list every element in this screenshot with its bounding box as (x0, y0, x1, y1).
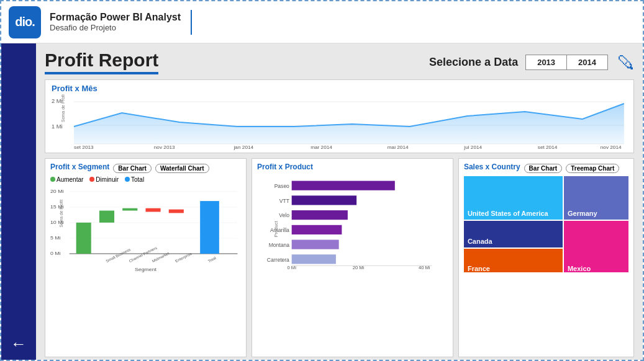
date-2014-button[interactable]: 2014 (567, 55, 607, 69)
treemap-usa-label: United States of America (468, 210, 548, 217)
svg-text:Carretera: Carretera (267, 257, 289, 263)
svg-rect-28 (145, 208, 160, 212)
page-title: Profit Report (45, 50, 158, 74)
svg-text:Soma de Profit: Soma de Profit (61, 94, 66, 122)
treemap-canada[interactable]: Canada (464, 221, 563, 247)
svg-rect-47 (292, 210, 348, 220)
svg-text:20 Mi: 20 Mi (353, 265, 365, 269)
waterfall-legend: Aumentar Diminuir Total (50, 176, 241, 183)
treemap-grid: United States of America Germany Canada … (464, 176, 628, 272)
svg-text:Product: Product (273, 220, 279, 237)
eraser-icon[interactable]: 🖊 (617, 52, 634, 73)
svg-rect-48 (292, 225, 342, 234)
svg-text:mar 2014: mar 2014 (311, 145, 332, 150)
svg-text:40 Mi: 40 Mi (419, 265, 430, 269)
sales-country-header: Sales x Country Bar Chart Treemap Chart (464, 163, 628, 174)
header-divider (191, 10, 192, 35)
waterfall-svg: 20 Mi 15 Mi 10 Mi 5 Mi 0 Mi (50, 185, 241, 272)
svg-rect-46 (292, 195, 356, 205)
svg-text:Total: Total (207, 256, 217, 263)
svg-text:jul 2014: jul 2014 (463, 145, 482, 150)
waterfall-wf-btn[interactable]: Waterfall Chart (155, 164, 209, 173)
svg-text:0 Mi: 0 Mi (50, 251, 61, 256)
sales-bar-btn[interactable]: Bar Chart (524, 164, 563, 173)
logo-text: dio. (15, 15, 35, 29)
app-subtitle: Desafio de Projeto (50, 23, 181, 32)
svg-text:20 Mi: 20 Mi (50, 189, 64, 194)
svg-text:Soma de Profit: Soma de Profit (58, 200, 64, 228)
svg-rect-25 (76, 223, 91, 254)
app-title: Formação Power BI Analyst (50, 12, 181, 23)
line-chart-panel: Profit x Mês 2 Mi 1 Mi (45, 79, 634, 153)
content-area: Profit Report Selecione a Data 2013 2014… (36, 43, 643, 361)
svg-rect-26 (99, 211, 114, 223)
app-header: dio. Formação Power BI Analyst Desafio d… (1, 1, 643, 43)
product-header: Profit x Product (257, 163, 448, 174)
svg-rect-50 (292, 254, 336, 264)
waterfall-panel: Profit x Segment Bar Chart Waterfall Cha… (45, 158, 247, 357)
waterfall-title: Profit x Segment (50, 163, 109, 171)
treemap-mexico[interactable]: Mexico (564, 221, 628, 272)
treemap-usa[interactable]: United States of America (464, 176, 563, 220)
svg-text:Paseo: Paseo (274, 183, 289, 189)
svg-rect-49 (292, 240, 339, 249)
header-titles: Formação Power BI Analyst Desafio de Pro… (50, 12, 181, 32)
waterfall-bar-btn[interactable]: Bar Chart (113, 164, 152, 173)
svg-text:jan 2014: jan 2014 (234, 145, 254, 150)
line-chart-svg: 2 Mi 1 Mi (52, 94, 627, 150)
selecione-label: Selecione a Data (429, 56, 518, 69)
sales-country-title: Sales x Country (464, 163, 520, 171)
back-button[interactable]: ← (11, 334, 27, 354)
svg-rect-29 (169, 210, 184, 213)
treemap-container: United States of America Germany Canada … (464, 176, 628, 272)
svg-text:Small Business: Small Business (105, 247, 132, 263)
date-filter: 2013 2014 (525, 55, 608, 70)
legend-aumentar: Aumentar (50, 176, 83, 183)
sales-country-panel: Sales x Country Bar Chart Treemap Chart … (458, 158, 634, 357)
treemap-germany[interactable]: Germany (564, 176, 628, 220)
svg-text:VTT: VTT (279, 198, 290, 204)
treemap-france-label: France (468, 265, 490, 272)
sales-treemap-btn[interactable]: Treemap Chart (566, 164, 619, 173)
treemap-mexico-label: Mexico (568, 265, 591, 272)
waterfall-header: Profit x Segment Bar Chart Waterfall Cha… (50, 163, 241, 174)
svg-text:mai 2014: mai 2014 (388, 145, 409, 150)
svg-text:5 Mi: 5 Mi (50, 235, 61, 240)
bottom-row: Profit x Segment Bar Chart Waterfall Cha… (45, 158, 634, 357)
legend-total: Total (125, 176, 144, 183)
svg-text:0 Mi: 0 Mi (287, 265, 296, 269)
svg-text:Midmarket: Midmarket (151, 251, 170, 263)
product-title: Profit x Product (257, 163, 313, 171)
top-bar: Profit Report Selecione a Data 2013 2014… (45, 50, 634, 74)
svg-text:Montana: Montana (269, 242, 289, 248)
svg-text:Velo: Velo (279, 212, 289, 218)
logo: dio. (9, 6, 41, 38)
main-layout: ← Profit Report Selecione a Data 2013 20… (1, 43, 643, 361)
svg-rect-30 (200, 201, 219, 254)
svg-text:set 2014: set 2014 (538, 145, 558, 150)
svg-text:Segment: Segment (135, 267, 157, 272)
svg-rect-45 (292, 181, 395, 190)
treemap-france[interactable]: France (464, 249, 563, 272)
product-svg: Paseo VTT Velo Amarilla Montana Carreter… (257, 176, 448, 269)
sidebar: ← (1, 43, 36, 361)
product-panel: Profit x Product Paseo VTT Velo Amarilla… (252, 158, 453, 357)
svg-rect-27 (122, 208, 137, 211)
treemap-germany-label: Germany (568, 210, 597, 217)
svg-text:Enterprise: Enterprise (175, 251, 193, 263)
svg-text:set 2013: set 2013 (74, 145, 94, 150)
line-chart-title: Profit x Mês (52, 84, 627, 93)
svg-text:nov 2014: nov 2014 (601, 145, 622, 150)
date-2013-button[interactable]: 2013 (526, 55, 567, 69)
svg-text:1 Mi: 1 Mi (52, 123, 63, 130)
svg-text:nov 2013: nov 2013 (154, 145, 175, 150)
treemap-canada-label: Canada (468, 238, 492, 245)
line-chart-wrap: 2 Mi 1 Mi (52, 94, 627, 150)
legend-diminuir: Diminuir (89, 176, 119, 183)
